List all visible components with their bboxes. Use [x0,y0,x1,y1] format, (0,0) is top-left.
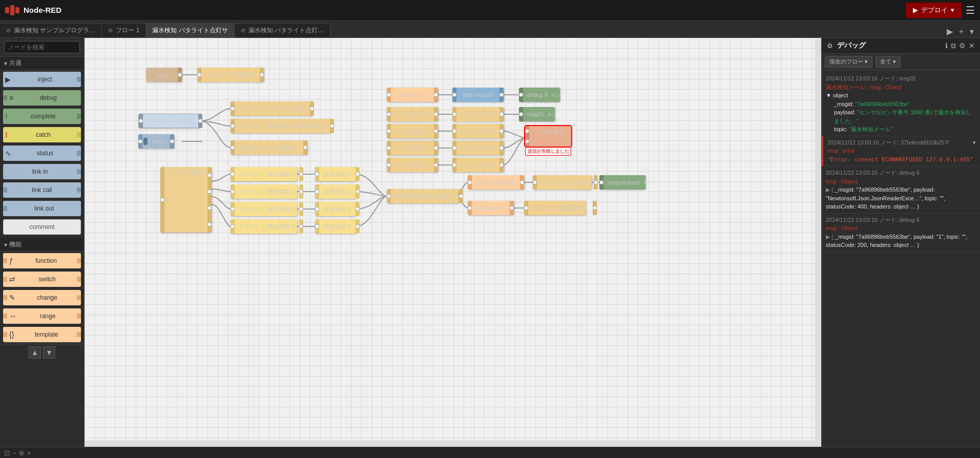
node-place3[interactable]: 設置場所３ [315,202,356,216]
node-place4[interactable]: 設置場所４ [315,219,356,234]
node-mail-body4[interactable]: メール本文４ [387,158,438,172]
debug-settings-button[interactable]: ⚙ [959,41,966,50]
de4-expand[interactable]: ▶ { [826,234,833,240]
node-debug[interactable]: ≡ debug [3,90,81,106]
node-bat-contact[interactable]: バタライト接点出力１ [524,201,586,215]
section-common[interactable]: ▾ 共通 [0,57,84,70]
canvas-zoom-out-btn[interactable]: − [12,449,16,457]
node-mail-name3[interactable]: メール件名３ [452,141,504,155]
node-inject-canvas[interactable]: inject [138,134,174,149]
de3-link[interactable]: msg : Object [826,178,858,184]
node-change[interactable]: ✎ change [3,290,81,305]
node-bat-alert[interactable]: バタライト警報&接点ON/OFF設定 [231,119,330,133]
node-remind2[interactable]: リマインド通知間隔２ [231,184,297,199]
canvas-zoom-in-btn[interactable]: + [27,449,31,457]
node-inject[interactable]: ▶ inject [3,72,81,87]
node-place2[interactable]: 設置場所２ [315,184,356,199]
node-function[interactable]: ƒ function [3,253,81,268]
tab-1[interactable]: ⊘ 漏水検知 サンプルプログラ… [0,23,102,37]
node-link-in[interactable]: link in [3,164,81,179]
node-mail-name2[interactable]: メール件名２ [452,124,504,138]
node-status[interactable]: ∿ status [3,145,81,161]
node-led-set[interactable]: LED(赤黄緑)点灯設定１ [387,189,458,203]
node-msg01[interactable]: msg01 ≡ □ [519,107,555,121]
node-sensor-id-out2 [207,190,212,194]
debug-copy-button[interactable]: ⧉ [951,41,956,50]
de2-expand[interactable]: ▾ [973,138,976,147]
node-mail-name1[interactable]: メール件名１ [452,107,504,121]
tab-add-button[interactable]: + [957,26,966,37]
canvas-zoom-in[interactable]: ⊡ [4,449,10,457]
node-msg-payload[interactable]: msg.payload ≡ □ [599,175,645,190]
node-contact-switch-in [468,206,472,210]
node-template[interactable]: {} template [3,327,81,342]
node-range[interactable]: ↔ range [3,308,81,324]
node-remind1-out [299,172,303,176]
node-sensor-id[interactable]: センサー識別 [160,167,212,233]
debug-content[interactable]: 2024/11/12 13:03:16 ノード: msg01 漏水検知メール :… [822,70,980,447]
node-status-icon: ∿ [5,149,11,157]
tab-3[interactable]: 漏水検知 バタライト点灯サ [146,23,234,37]
node-remind4[interactable]: リマインド通知間隔４ [231,219,297,234]
node-http-req[interactable]: http request [452,88,504,102]
search-input[interactable] [4,41,80,53]
de3-expand[interactable]: ▶ { [826,186,833,193]
tab-play-button[interactable]: ▶ [945,26,955,37]
canvas-right-scrollbar[interactable] [815,38,821,441]
node-sensor-num[interactable]: センサー番号取得 [197,68,264,82]
node-mail-send-in2 [525,139,529,143]
node-remind1[interactable]: リマインド通知間隔１ [231,167,297,181]
node-complete[interactable]: ! complete [3,109,81,124]
de2-link[interactable]: msg : error [827,148,854,154]
node-catch[interactable]: ! catch [3,127,81,142]
canvas-bottom-scrollbar[interactable] [85,441,821,447]
node-mail-name4[interactable]: メール件名４ [452,158,504,172]
tab-more-button[interactable]: ▾ [968,26,976,37]
canvas-zoom-reset[interactable]: ⊕ [18,449,25,457]
sidebar-scroll-down[interactable]: ▼ [43,346,55,359]
node-mail-body3[interactable]: メール本文３ [387,141,438,155]
sidebar-scroll-up[interactable]: ▲ [29,346,41,359]
debug-clear-button[interactable]: 全て ▾ [875,56,901,68]
node-json[interactable]: json [146,68,182,82]
node-contact-switch-out [510,206,514,210]
node-status-label: status [13,150,77,157]
node-inject-label: inject [13,76,77,83]
node-link-out[interactable]: link out [3,201,81,216]
tab-4[interactable]: ⊘ 漏水検知 バタライト点灯… [235,23,330,37]
debug-close-button[interactable]: ✕ [969,41,975,50]
svg-rect-0 [5,7,9,13]
debug-filter-button[interactable]: 現在のフロー ▾ [825,56,872,68]
node-mail-send[interactable]: メール送信 送信が失敗しました [525,126,571,147]
node-contact-switch[interactable]: 接点switch [468,201,514,215]
node-test-mail[interactable]: テストメール送信 [138,114,200,128]
node-switch[interactable]: ⇄ switch [3,272,81,287]
de1-link[interactable]: 漏水検知メール : msg : Object [826,84,902,90]
node-complete-icon: ! [5,112,8,120]
node-sensor-num-label: センサー番号取得 [201,69,260,81]
node-sound-loop[interactable]: 音声繰り返し回数設定 [231,140,307,155]
node-func1[interactable]: function 1 [387,88,438,102]
node-debug6[interactable]: debug 6 ≡ □ [519,88,560,102]
node-place1[interactable]: 設置場所１ [315,167,356,181]
section-function[interactable]: ▾ 機能 [0,238,84,252]
node-remind3[interactable]: リマインド通知間隔３ [231,202,297,216]
node-bat-light-sound[interactable]: バタライト光&音声 [533,175,592,190]
flow-canvas[interactable]: json センサー番号取得 テ [85,38,821,447]
node-comment[interactable]: comment [3,219,81,235]
debug-info-button[interactable]: ℹ [945,41,948,50]
deploy-button[interactable]: ▶ デプロイ ▾ [906,3,962,18]
node-msg01-sq-icon: □ [552,112,555,117]
de4-link[interactable]: msg : Object [826,225,858,231]
node-mail-body2[interactable]: メール本文２ [387,124,438,138]
node-link-call[interactable]: link call [3,182,81,198]
node-mail-send-label: メール送信 [525,126,571,147]
node-switch-label: switch [17,276,77,283]
node-remind3-out [299,207,303,211]
menu-button[interactable]: ☰ [966,4,975,16]
tab-2[interactable]: ⊘ フロー 1 [102,23,146,37]
node-bat-ip[interactable]: バタライトIPアドレス設定 [231,101,312,116]
node-inject-icon: ▶ [5,75,11,84]
node-mail-body1[interactable]: メール本文１ [387,107,438,121]
node-sound-switch[interactable]: 音声＆光switch [468,175,524,190]
